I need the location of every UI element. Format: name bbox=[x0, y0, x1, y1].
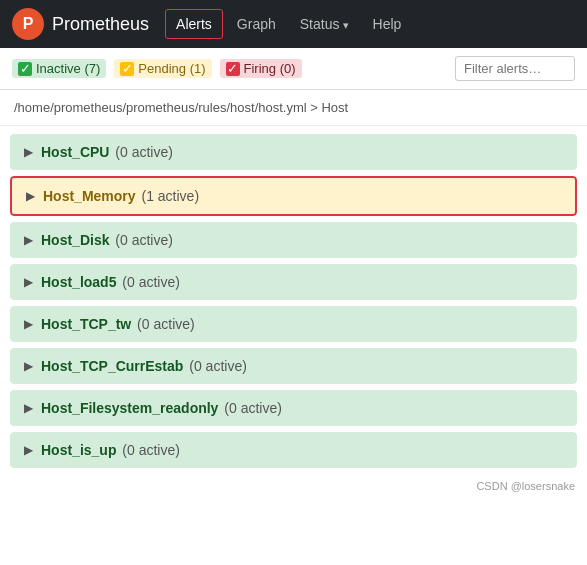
group-name: Host_TCP_CurrEstab bbox=[41, 358, 183, 374]
group-name: Host_CPU bbox=[41, 144, 109, 160]
chevron-icon: ▶ bbox=[24, 145, 33, 159]
group-count: (0 active) bbox=[118, 442, 179, 458]
nav-help[interactable]: Help bbox=[363, 10, 412, 38]
alert-group: ▶ Host_TCP_CurrEstab (0 active) bbox=[10, 348, 577, 384]
navbar: P Prometheus Alerts Graph Status Help bbox=[0, 0, 587, 48]
alert-group-header[interactable]: ▶ Host_load5 (0 active) bbox=[10, 264, 577, 300]
brand: P Prometheus bbox=[12, 8, 149, 40]
check-pending: ✓ bbox=[120, 62, 134, 76]
group-name: Host_Memory bbox=[43, 188, 136, 204]
check-inactive: ✓ bbox=[18, 62, 32, 76]
filter-pending-label: Pending (1) bbox=[138, 61, 205, 76]
alert-group: ▶ Host_TCP_tw (0 active) bbox=[10, 306, 577, 342]
group-count: (1 active) bbox=[138, 188, 199, 204]
brand-icon: P bbox=[12, 8, 44, 40]
alert-group: ▶ Host_Memory (1 active) bbox=[10, 176, 577, 216]
alert-group: ▶ Host_is_up (0 active) bbox=[10, 432, 577, 468]
breadcrumb: /home/prometheus/prometheus/rules/host/h… bbox=[0, 90, 587, 126]
filter-inactive[interactable]: ✓ Inactive (7) bbox=[12, 59, 106, 78]
alert-group: ▶ Host_CPU (0 active) bbox=[10, 134, 577, 170]
watermark-text: CSDN @losersnake bbox=[476, 480, 575, 492]
group-count: (0 active) bbox=[111, 232, 172, 248]
alert-group-header[interactable]: ▶ Host_Disk (0 active) bbox=[10, 222, 577, 258]
chevron-icon: ▶ bbox=[24, 443, 33, 457]
group-name: Host_Disk bbox=[41, 232, 109, 248]
group-name: Host_TCP_tw bbox=[41, 316, 131, 332]
breadcrumb-text: /home/prometheus/prometheus/rules/host/h… bbox=[14, 100, 348, 115]
alert-group-header[interactable]: ▶ Host_is_up (0 active) bbox=[10, 432, 577, 468]
alert-group: ▶ Host_Disk (0 active) bbox=[10, 222, 577, 258]
chevron-icon: ▶ bbox=[26, 189, 35, 203]
chevron-icon: ▶ bbox=[24, 401, 33, 415]
search-container bbox=[455, 56, 575, 81]
nav-status[interactable]: Status bbox=[290, 10, 359, 38]
chevron-icon: ▶ bbox=[24, 233, 33, 247]
alert-group-header[interactable]: ▶ Host_Memory (1 active) bbox=[10, 176, 577, 216]
nav-alerts[interactable]: Alerts bbox=[165, 9, 223, 39]
chevron-icon: ▶ bbox=[24, 359, 33, 373]
watermark: CSDN @losersnake bbox=[0, 476, 587, 496]
alert-group-header[interactable]: ▶ Host_TCP_CurrEstab (0 active) bbox=[10, 348, 577, 384]
filter-pending[interactable]: ✓ Pending (1) bbox=[114, 59, 211, 78]
group-count: (0 active) bbox=[111, 144, 172, 160]
brand-label: Prometheus bbox=[52, 14, 149, 35]
check-firing: ✓ bbox=[226, 62, 240, 76]
filter-firing[interactable]: ✓ Firing (0) bbox=[220, 59, 302, 78]
chevron-icon: ▶ bbox=[24, 275, 33, 289]
search-input[interactable] bbox=[455, 56, 575, 81]
chevron-icon: ▶ bbox=[24, 317, 33, 331]
group-count: (0 active) bbox=[185, 358, 246, 374]
alert-group-header[interactable]: ▶ Host_Filesystem_readonly (0 active) bbox=[10, 390, 577, 426]
filter-inactive-label: Inactive (7) bbox=[36, 61, 100, 76]
group-name: Host_Filesystem_readonly bbox=[41, 400, 218, 416]
alert-group-header[interactable]: ▶ Host_CPU (0 active) bbox=[10, 134, 577, 170]
filter-bar: ✓ Inactive (7) ✓ Pending (1) ✓ Firing (0… bbox=[0, 48, 587, 90]
group-name: Host_load5 bbox=[41, 274, 116, 290]
group-count: (0 active) bbox=[133, 316, 194, 332]
alerts-container: ▶ Host_CPU (0 active) ▶ Host_Memory (1 a… bbox=[0, 126, 587, 476]
nav-graph[interactable]: Graph bbox=[227, 10, 286, 38]
filter-firing-label: Firing (0) bbox=[244, 61, 296, 76]
group-count: (0 active) bbox=[220, 400, 281, 416]
nav-links: Alerts Graph Status Help bbox=[165, 9, 411, 39]
group-name: Host_is_up bbox=[41, 442, 116, 458]
alert-group-header[interactable]: ▶ Host_TCP_tw (0 active) bbox=[10, 306, 577, 342]
alert-group: ▶ Host_load5 (0 active) bbox=[10, 264, 577, 300]
group-count: (0 active) bbox=[118, 274, 179, 290]
alert-group: ▶ Host_Filesystem_readonly (0 active) bbox=[10, 390, 577, 426]
